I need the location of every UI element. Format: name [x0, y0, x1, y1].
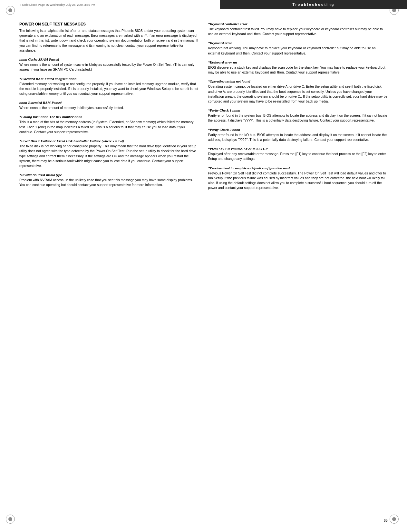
section-parity-1: *Parity Check 1 nnnn Parity error found …	[208, 108, 388, 123]
section-title-parity-2: *Parity Check 2 nnnn	[208, 128, 388, 132]
header-rule	[19, 17, 388, 17]
section-title-fixed-disk: *Fixed Disk x Failure or Fixed Disk Cont…	[19, 139, 199, 143]
header-title-bar: Troubleshooting	[220, 0, 407, 9]
section-body-kbd-error: Keyboard not working. You may have to re…	[208, 46, 388, 55]
section-title-os-not-found: *Operating system not found	[208, 79, 388, 83]
intro-text: The following is an alphabetic list of e…	[19, 28, 199, 53]
section-body-kbd-ctrl-error: The keyboard controller test failed. You…	[208, 27, 388, 36]
section-cache-sram: nnnn Cache SRAM Passed Where nnnn is the…	[19, 57, 199, 72]
section-invalid-nvram: *Invalid NVRAM media type Problem with N…	[19, 173, 199, 187]
section-parity-2: *Parity Check 2 nnnn Parity error found …	[208, 128, 388, 142]
section-body-fixed-disk: The fixed disk is not working or not con…	[19, 144, 199, 168]
section-body-press-f1: Displayed after any recoverable error me…	[208, 152, 388, 161]
corner-bl	[6, 515, 17, 526]
section-title-ext-ram-passed: nnnn Extended RAM Passed	[19, 101, 199, 104]
section-title-kbd-ctrl-error: *Keyboard controller error	[208, 22, 388, 26]
section-body-ext-ram-failed: Extended memory not working or not confi…	[19, 82, 199, 96]
section-title-kbd-error-nn: *Keyboard error nn	[208, 60, 388, 64]
main-title: POWER ON SELF TEST MESSAGES	[19, 22, 199, 26]
section-fixed-disk: *Fixed Disk x Failure or Fixed Disk Cont…	[19, 139, 199, 168]
section-title-press-f1: *Press <F1> to resume, <F2> to SETUP	[208, 147, 388, 151]
file-info: T Series.book Page 65 Wednesday, July 28…	[19, 3, 95, 6]
section-body-ext-ram-passed: Where nnnn is the amount of memory in ki…	[19, 105, 199, 110]
section-title-failing-bits: *Failing Bits: nnnn The hex number nnnn	[19, 115, 199, 119]
section-title-ext-ram-failed: *Extended RAM Failed at offset: nnnn	[19, 77, 199, 81]
section-failing-bits: *Failing Bits: nnnn The hex number nnnn …	[19, 115, 199, 134]
section-title-cache-sram: nnnn Cache SRAM Passed	[19, 57, 199, 61]
section-body-prev-boot: Previous Power On Self Test did not comp…	[208, 171, 388, 191]
content-area: POWER ON SELF TEST MESSAGES The followin…	[19, 22, 388, 513]
section-body-invalid-nvram: Problem with NVRAM access. In the unlike…	[19, 178, 199, 187]
section-kbd-error: *Keyboard error Keyboard not working. Yo…	[208, 41, 388, 55]
right-column: *Keyboard controller error The keyboard …	[208, 22, 388, 513]
section-main-title: POWER ON SELF TEST MESSAGES The followin…	[19, 22, 199, 53]
section-body-parity-2: Parity error found in the I/O bus. BIOS …	[208, 133, 388, 142]
page-header: T Series.book Page 65 Wednesday, July 28…	[0, 0, 407, 17]
section-os-not-found: *Operating system not found Operating sy…	[208, 79, 388, 104]
section-ext-ram-failed: *Extended RAM Failed at offset: nnnn Ext…	[19, 77, 199, 96]
section-prev-boot: *Previous boot incomplete – Default conf…	[208, 166, 388, 191]
section-body-kbd-error-nn: BIOS discovered a stuck key and displays…	[208, 65, 388, 75]
section-title-prev-boot: *Previous boot incomplete – Default conf…	[208, 166, 388, 170]
header-title: Troubleshooting	[292, 3, 334, 6]
section-body-os-not-found: Operating system cannot be located on ei…	[208, 84, 388, 104]
section-kbd-ctrl-error: *Keyboard controller error The keyboard …	[208, 22, 388, 36]
left-column: POWER ON SELF TEST MESSAGES The followin…	[19, 22, 199, 513]
corner-br	[390, 515, 401, 526]
section-title-invalid-nvram: *Invalid NVRAM media type	[19, 173, 199, 177]
section-title-parity-1: *Parity Check 1 nnnn	[208, 108, 388, 112]
page-container: T Series.book Page 65 Wednesday, July 28…	[0, 0, 407, 532]
section-kbd-error-nn: *Keyboard error nn BIOS discovered a stu…	[208, 60, 388, 75]
section-body-cache-sram: Where nnnn is the amount of system cache…	[19, 62, 199, 72]
section-ext-ram-passed: nnnn Extended RAM Passed Where nnnn is t…	[19, 101, 199, 110]
section-title-kbd-error: *Keyboard error	[208, 41, 388, 45]
section-press-f1: *Press <F1> to resume, <F2> to SETUP Dis…	[208, 147, 388, 161]
page-number: 65	[384, 518, 388, 522]
section-body-parity-1: Parity error found in the system bus. BI…	[208, 113, 388, 123]
section-body-failing-bits: This is a map of the bits at the memory …	[19, 120, 199, 134]
